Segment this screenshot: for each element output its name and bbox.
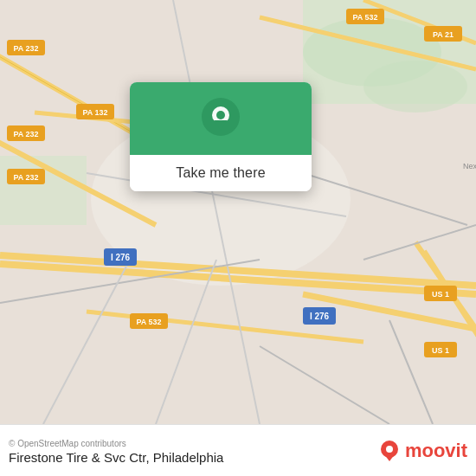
- svg-text:PA 232: PA 232: [13, 44, 38, 53]
- svg-point-52: [216, 111, 225, 119]
- popup-header: [130, 82, 312, 155]
- svg-text:PA 532: PA 532: [136, 318, 161, 326]
- svg-marker-56: [384, 454, 395, 461]
- svg-text:PA 132: PA 132: [82, 108, 107, 117]
- svg-text:US 1: US 1: [432, 346, 449, 355]
- moovit-text: moovit: [405, 440, 467, 462]
- popup-card: Take me there: [130, 82, 312, 191]
- map-view: PA 232 PA 232 PA 232 PA 132 PA 532 PA 21…: [0, 0, 476, 424]
- take-me-there-button[interactable]: Take me there: [130, 155, 312, 191]
- bottom-bar: © OpenStreetMap contributors Firestone T…: [0, 424, 476, 476]
- svg-text:PA 232: PA 232: [13, 130, 38, 138]
- location-pin-icon: [202, 98, 240, 143]
- svg-text:PA 21: PA 21: [433, 30, 453, 39]
- svg-text:Nex: Nex: [463, 162, 476, 170]
- svg-point-55: [386, 446, 393, 453]
- svg-point-4: [363, 61, 467, 113]
- svg-text:PA 532: PA 532: [352, 13, 377, 22]
- svg-text:I 276: I 276: [310, 312, 330, 321]
- moovit-pin-icon: [377, 439, 402, 463]
- svg-text:I 276: I 276: [111, 253, 131, 262]
- moovit-logo: moovit: [377, 439, 467, 463]
- svg-text:PA 232: PA 232: [13, 173, 38, 182]
- svg-text:US 1: US 1: [432, 290, 449, 299]
